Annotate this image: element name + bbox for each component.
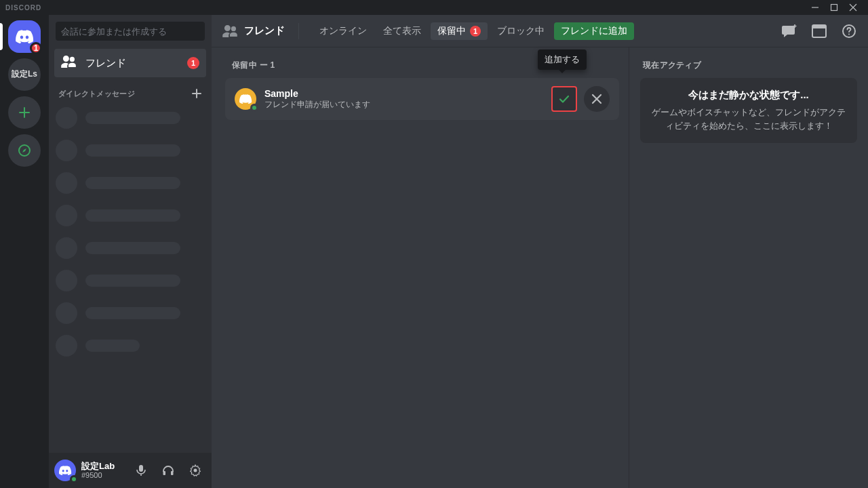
- friends-nav-badge: 1: [187, 57, 199, 69]
- explore-button[interactable]: [8, 134, 41, 167]
- check-icon: [558, 93, 570, 105]
- home-button[interactable]: 1: [8, 20, 41, 53]
- mute-button[interactable]: [130, 460, 152, 481]
- tab-all[interactable]: 全て表示: [376, 22, 428, 40]
- panel-tag: #9500: [81, 471, 115, 479]
- dm-sidebar: フレンド 1 ダイレクトメッセージ 設定Lab #9500: [49, 15, 212, 488]
- status-indicator: [250, 104, 258, 112]
- svg-rect-3: [163, 471, 166, 475]
- plus-icon: [18, 106, 31, 119]
- friends-icon: [222, 25, 237, 37]
- pending-badge: 1: [470, 26, 481, 37]
- accept-request-button[interactable]: [551, 86, 577, 112]
- guild-list: 1 設定Ls: [0, 15, 49, 488]
- tab-online[interactable]: オンライン: [313, 22, 374, 40]
- inbox-icon: [812, 24, 827, 38]
- friends-nav-button[interactable]: フレンド 1: [54, 49, 206, 77]
- dm-skeleton: [56, 172, 205, 194]
- now-playing-card: 今はまだ静かな状態です... ゲームやボイスチャットなど、フレンドがアクティビテ…: [640, 78, 857, 143]
- now-playing-title: 現在アクティブ: [643, 60, 857, 71]
- x-icon: [591, 94, 602, 104]
- now-playing-heading: 今はまだ静かな状態です...: [650, 89, 848, 102]
- main-area: フレンド オンライン 全て表示 保留中 1 ブロック中 フレンドに追加: [212, 15, 868, 488]
- app-logo: DISCORD: [5, 4, 41, 12]
- svg-rect-2: [139, 465, 143, 472]
- friends-icon: [61, 56, 76, 70]
- help-button[interactable]: [841, 23, 857, 39]
- svg-rect-0: [831, 5, 837, 11]
- panel-username: 設定Lab: [81, 462, 115, 471]
- user-panel: 設定Lab #9500: [49, 453, 212, 488]
- discord-icon: [15, 30, 34, 43]
- decline-request-button[interactable]: [584, 86, 610, 112]
- dm-skeleton: [56, 107, 205, 129]
- dm-skeleton: [56, 302, 205, 324]
- svg-point-5: [194, 469, 197, 472]
- user-avatar[interactable]: [54, 460, 76, 481]
- chat-plus-icon: [781, 24, 797, 39]
- request-subtitle: フレンド申請が届いています: [264, 100, 370, 110]
- dm-section-header: ダイレクトメッセージ: [58, 89, 135, 99]
- inbox-button[interactable]: [811, 23, 827, 39]
- plus-icon: [192, 89, 201, 98]
- search-input[interactable]: [56, 22, 205, 41]
- friend-request-row[interactable]: Sample フレンド申請が届いています 追加する: [225, 78, 619, 120]
- status-indicator: [70, 475, 78, 483]
- minimize-button[interactable]: [806, 0, 825, 15]
- dm-skeleton: [56, 335, 205, 357]
- mic-icon: [135, 464, 147, 476]
- close-button[interactable]: [844, 0, 863, 15]
- accept-tooltip: 追加する: [538, 49, 587, 70]
- deafen-button[interactable]: [157, 460, 179, 481]
- help-icon: [842, 24, 856, 39]
- tab-blocked[interactable]: ブロック中: [490, 22, 551, 40]
- add-server-button[interactable]: [8, 96, 41, 129]
- request-username: Sample: [264, 87, 370, 100]
- now-playing-section: 現在アクティブ 今はまだ静かな状態です... ゲームやボイスチャットなど、フレン…: [629, 47, 868, 488]
- svg-rect-7: [812, 25, 826, 28]
- headphones-icon: [162, 464, 174, 476]
- titlebar: DISCORD: [0, 0, 868, 15]
- dm-skeleton: [56, 140, 205, 161]
- main-header: フレンド オンライン 全て表示 保留中 1 ブロック中 フレンドに追加: [212, 15, 868, 47]
- gear-icon: [189, 464, 201, 476]
- dm-skeleton: [56, 270, 205, 291]
- header-title: フレンド: [244, 24, 285, 37]
- now-playing-body: ゲームやボイスチャットなど、フレンドがアクティビティを始めたら、ここに表示します…: [650, 106, 848, 132]
- dm-skeleton: [56, 205, 205, 226]
- request-avatar: [235, 88, 256, 110]
- svg-point-9: [848, 33, 850, 35]
- discord-icon: [239, 94, 252, 104]
- maximize-button[interactable]: [825, 0, 844, 15]
- guild-server-item[interactable]: 設定Ls: [8, 58, 41, 91]
- settings-button[interactable]: [184, 460, 206, 481]
- guild-server-label: 設定Ls: [12, 70, 37, 79]
- new-group-dm-button[interactable]: [781, 23, 797, 39]
- pending-section: 保留中 ー 1 Sample フレンド申請が届いています 追加する: [212, 47, 629, 488]
- discord-icon: [58, 466, 72, 475]
- tab-pending[interactable]: 保留中 1: [431, 22, 488, 40]
- friends-nav-label: フレンド: [85, 57, 178, 70]
- new-dm-button[interactable]: [191, 88, 202, 99]
- compass-icon: [18, 144, 31, 157]
- tab-add-friend[interactable]: フレンドに追加: [554, 22, 634, 40]
- guild-pill: [0, 23, 3, 50]
- dm-list: [49, 103, 212, 361]
- home-badge: 1: [30, 42, 42, 54]
- svg-rect-4: [171, 471, 174, 475]
- dm-skeleton: [56, 237, 205, 259]
